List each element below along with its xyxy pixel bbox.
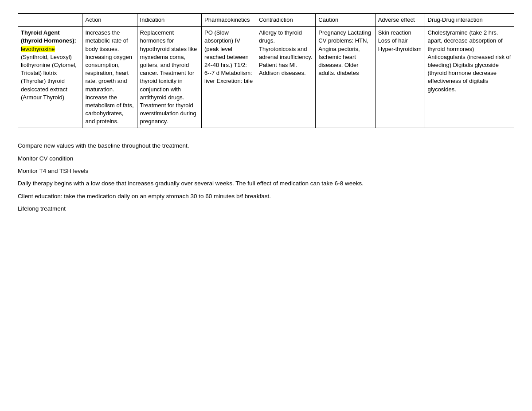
header-pharmacokinetics: Pharmacokinetics bbox=[202, 14, 256, 27]
cell-contradiction: Allergy to thyroid drugs. Thyrotoxicosis… bbox=[256, 27, 316, 128]
header-drug-drug: Drug-Drug interaction bbox=[425, 14, 514, 27]
cell-action: Increases the metabolic rate of body tis… bbox=[82, 27, 137, 128]
drug-table: Action Indication Pharmacokinetics Contr… bbox=[18, 13, 514, 128]
cell-pharmacokinetics: PO (Slow absorption) IV (peak level reac… bbox=[202, 27, 256, 128]
drug-table-container: Action Indication Pharmacokinetics Contr… bbox=[18, 13, 514, 128]
cell-caution: Pregnancy Lactating CV problems: HTN, An… bbox=[316, 27, 375, 128]
note-line-1: Monitor CV condition bbox=[18, 153, 514, 164]
table-row: Thyroid Agent (thyroid Hormones): levoth… bbox=[18, 27, 514, 128]
table-header-row: Action Indication Pharmacokinetics Contr… bbox=[18, 14, 514, 27]
cell-adverse-effect: Skin reaction Loss of hair Hyper-thyroid… bbox=[375, 27, 425, 128]
header-indication: Indication bbox=[137, 14, 201, 27]
note-line-2: Monitor T4 and TSH levels bbox=[18, 166, 514, 176]
note-line-5: Lifelong treatment bbox=[18, 204, 514, 214]
cell-drug: Thyroid Agent (thyroid Hormones): levoth… bbox=[18, 27, 82, 128]
header-action: Action bbox=[82, 14, 137, 27]
note-line-3: Daily therapy begins with a low dose tha… bbox=[18, 178, 514, 189]
drug-name-label: Thyroid Agent (thyroid Hormones): bbox=[21, 29, 76, 44]
header-caution: Caution bbox=[316, 14, 375, 27]
note-line-0: Compare new values with the baseline thr… bbox=[18, 141, 514, 151]
notes-section: Compare new values with the baseline thr… bbox=[18, 141, 514, 214]
note-line-4: Client education: take the medication da… bbox=[18, 191, 514, 202]
header-adverse-effect: Adverse effect bbox=[375, 14, 425, 27]
cell-indication: Replacement hormones for hypothyroid sta… bbox=[137, 27, 201, 128]
cell-drug-drug: Cholestyramine (take 2 hrs. apart, decre… bbox=[425, 27, 514, 128]
drug-highlight-label: levothyroxine bbox=[21, 46, 55, 52]
header-drug bbox=[18, 14, 82, 27]
header-contradiction: Contradiction bbox=[256, 14, 316, 27]
